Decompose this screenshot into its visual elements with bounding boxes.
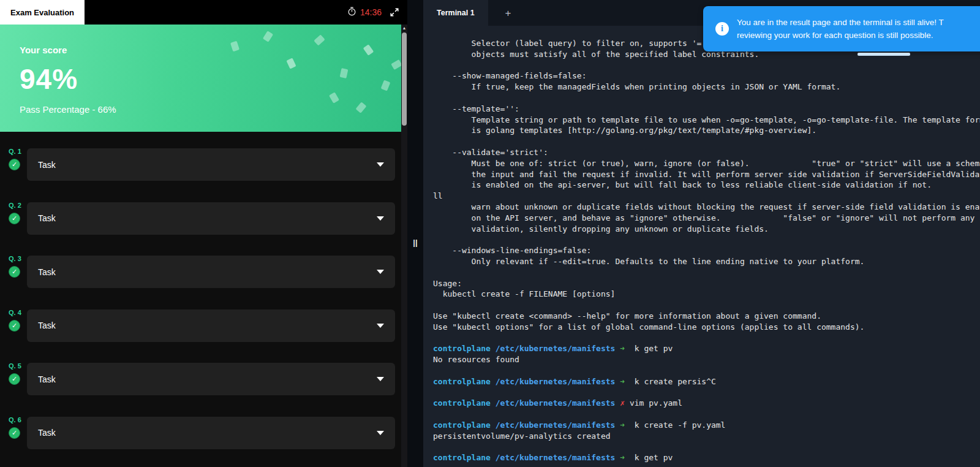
- scroll-up-button[interactable]: ▲: [401, 26, 407, 30]
- confetti: [263, 31, 273, 42]
- chevron-down-icon: [377, 324, 384, 328]
- check-circle-icon: ✓: [9, 373, 20, 385]
- terminal-line: ll: [433, 191, 980, 202]
- question-row: Q. 1 ✓ Task: [9, 148, 395, 181]
- terminal-line: persistentvolume/pv-analytics created: [433, 431, 980, 442]
- terminal-line: Usage:: [433, 278, 980, 289]
- terminal-line: [433, 93, 980, 104]
- score-title: Your score: [20, 45, 382, 55]
- question-card[interactable]: Task: [27, 202, 395, 235]
- question-row: Q. 5 ✓ Task: [9, 363, 395, 395]
- terminal-line: kubectl create -f FILENAME [options]: [433, 289, 980, 300]
- terminal-line: is golang templates [http://golang.org/p…: [433, 125, 980, 136]
- terminal-line: [433, 136, 980, 147]
- question-card[interactable]: Task: [27, 363, 395, 395]
- tab-terminal-1[interactable]: Terminal 1: [423, 0, 488, 26]
- panel-divider: ||: [407, 0, 423, 467]
- question-card[interactable]: Task: [27, 417, 395, 449]
- terminal-line: [433, 333, 980, 344]
- question-title: Task: [38, 428, 56, 438]
- pass-percentage: Pass Percentage - 66%: [20, 104, 382, 115]
- terminal-tab-label: Terminal 1: [437, 9, 475, 17]
- terminal-line: Use "kubectl options" for a list of glob…: [433, 322, 980, 333]
- terminal-line: --template='':: [433, 104, 980, 115]
- check-circle-icon: ✓: [9, 213, 20, 224]
- score-card: Your score 94% Pass Percentage - 66%: [0, 25, 401, 132]
- terminal-line: Must be one of: strict (or true), warn, …: [433, 158, 980, 169]
- terminal-line: [433, 234, 980, 245]
- question-list: Q. 1 ✓ Task Q. 2 ✓ Task Q. 3 ✓ Task Q. 4…: [0, 132, 401, 449]
- terminal-line: validation, silently dropping any unknow…: [433, 224, 980, 235]
- toast-message: You are in the result page and the termi…: [737, 16, 944, 42]
- notification-toast: i You are in the result page and the ter…: [703, 6, 980, 51]
- expand-icon[interactable]: [390, 8, 399, 17]
- info-icon: i: [715, 22, 729, 36]
- terminal-line: Use "kubectl create <command> --help" fo…: [433, 311, 980, 322]
- terminal-line: is enabled on the api-server, but will f…: [433, 180, 980, 191]
- chevron-down-icon: [377, 377, 384, 381]
- terminal-line: warn about unknown or duplicate fields w…: [433, 202, 980, 213]
- question-number: Q. 1: [9, 148, 21, 155]
- terminal-output[interactable]: Selector (label query) to filter on, sup…: [423, 26, 980, 467]
- terminal-line: the input and fail the request if invali…: [433, 169, 980, 180]
- terminal-line: [433, 60, 980, 71]
- question-number: Q. 4: [9, 309, 21, 316]
- question-card[interactable]: Task: [27, 256, 395, 288]
- terminal-line: Only relevant if --edit=true. Defaults t…: [433, 256, 980, 267]
- question-title: Task: [38, 321, 56, 330]
- exam-evaluation-panel: Exam Evaluation 14:36 Y: [0, 0, 407, 467]
- question-title: Task: [38, 213, 56, 223]
- terminal-line: If true, keep the managedFields when pri…: [433, 82, 980, 93]
- question-title: Task: [38, 160, 56, 170]
- question-card[interactable]: Task: [27, 148, 395, 181]
- terminal-line: controlplane /etc/kubernetes/manifests ➜…: [433, 452, 980, 463]
- confetti: [391, 59, 401, 70]
- terminal-line: --validate='strict':: [433, 147, 980, 158]
- exam-header: Exam Evaluation 14:36: [0, 0, 407, 25]
- terminal-line: controlplane /etc/kubernetes/manifests ➜…: [433, 376, 980, 387]
- question-number: Q. 3: [9, 255, 21, 262]
- chevron-down-icon: [377, 431, 384, 435]
- question-number: Q. 2: [9, 202, 21, 209]
- question-row: Q. 4 ✓ Task: [9, 309, 395, 342]
- chevron-down-icon: [377, 216, 384, 221]
- question-title: Task: [38, 267, 56, 277]
- check-circle-icon: ✓: [9, 159, 20, 170]
- terminal-line: on the API server, and behave as "ignore…: [433, 213, 980, 224]
- terminal-line: No resources found: [433, 354, 980, 365]
- vertical-scrollbar[interactable]: ▲: [401, 25, 407, 467]
- score-value: 94%: [20, 63, 382, 96]
- terminal-line: controlplane /etc/kubernetes/manifests ➜…: [433, 343, 980, 354]
- terminal-line: [433, 365, 980, 376]
- resize-handle-icon[interactable]: ||: [407, 238, 423, 247]
- terminal-line: --show-managed-fields=false:: [433, 70, 980, 82]
- question-number: Q. 5: [9, 362, 21, 370]
- check-circle-icon: ✓: [9, 320, 20, 332]
- toast-line-2: reviewing your work for each question is…: [737, 29, 944, 42]
- question-number: Q. 6: [9, 416, 21, 423]
- question-row: Q. 3 ✓ Task: [9, 256, 395, 288]
- check-circle-icon: ✓: [9, 266, 20, 278]
- chevron-down-icon: [377, 162, 384, 167]
- question-row: Q. 2 ✓ Task: [9, 202, 395, 235]
- check-circle-icon: ✓: [9, 427, 20, 439]
- chevron-down-icon: [377, 270, 384, 274]
- terminal-line: controlplane /etc/kubernetes/manifests ➜…: [433, 420, 980, 431]
- terminal-line: controlplane /etc/kubernetes/manifests ✗…: [433, 398, 980, 409]
- scrollbar-thumb[interactable]: [402, 32, 407, 126]
- toast-line-1: You are in the result page and the termi…: [737, 16, 944, 29]
- confetti: [314, 34, 325, 45]
- question-card[interactable]: Task: [27, 309, 395, 342]
- exam-timer: 14:36: [347, 7, 382, 18]
- terminal-line: [433, 409, 980, 420]
- tab-exam-evaluation[interactable]: Exam Evaluation: [0, 0, 85, 25]
- timer-value: 14:36: [360, 7, 382, 17]
- confetti: [381, 80, 391, 91]
- exam-tab-label: Exam Evaluation: [10, 8, 74, 17]
- terminal-line: Template string or path to template file…: [433, 115, 980, 126]
- terminal-line: [433, 300, 980, 311]
- stopwatch-icon: [347, 7, 356, 18]
- new-terminal-button[interactable]: +: [505, 8, 511, 18]
- toast-progress-bar: [858, 53, 910, 56]
- terminal-panel: Terminal 1 + Selector (label query) to f…: [423, 0, 980, 467]
